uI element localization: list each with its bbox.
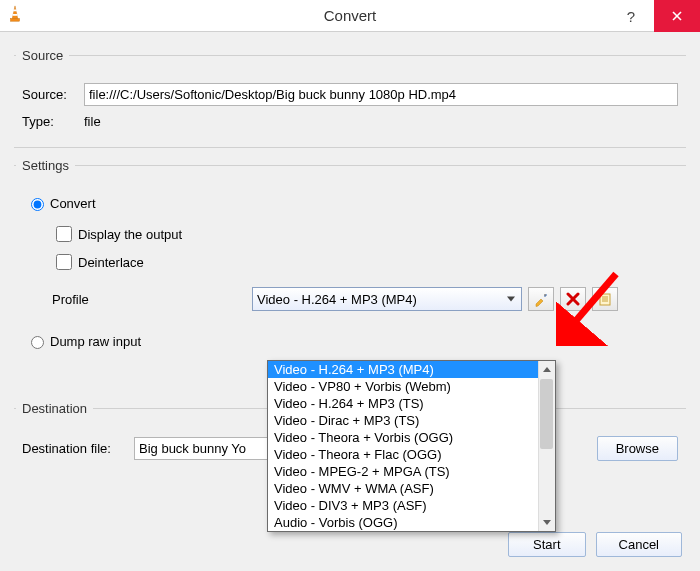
profile-option[interactable]: Video - H.264 + MP3 (MP4) xyxy=(268,361,555,378)
display-output-checkbox[interactable] xyxy=(56,226,72,242)
source-legend: Source xyxy=(16,48,69,63)
edit-profile-button[interactable] xyxy=(528,287,554,311)
chevron-down-icon xyxy=(507,297,515,302)
svg-point-6 xyxy=(544,294,546,296)
convert-radio[interactable] xyxy=(31,198,44,211)
profile-option[interactable]: Video - Theora + Vorbis (OGG) xyxy=(268,429,555,446)
new-icon xyxy=(598,292,612,306)
svg-marker-14 xyxy=(543,520,551,525)
settings-legend: Settings xyxy=(16,158,75,173)
source-label: Source: xyxy=(22,87,84,102)
destination-legend: Destination xyxy=(16,401,93,416)
profile-option[interactable]: Audio - Vorbis (OGG) xyxy=(268,514,555,531)
profile-option[interactable]: Video - H.264 + MP3 (TS) xyxy=(268,395,555,412)
delete-profile-button[interactable] xyxy=(560,287,586,311)
window-title: Convert xyxy=(324,7,377,24)
source-group: Source Source: Type: file xyxy=(14,48,686,148)
profile-option[interactable]: Video - VP80 + Vorbis (Webm) xyxy=(268,378,555,395)
start-button[interactable]: Start xyxy=(508,532,585,557)
source-input[interactable] xyxy=(84,83,678,106)
profile-selected-text: Video - H.264 + MP3 (MP4) xyxy=(257,292,417,307)
scrollbar-thumb[interactable] xyxy=(540,379,553,449)
destination-label: Destination file: xyxy=(22,441,134,456)
profile-option[interactable]: Video - DIV3 + MP3 (ASF) xyxy=(268,497,555,514)
wrench-icon xyxy=(533,291,549,307)
dump-raw-radio[interactable] xyxy=(31,336,44,349)
svg-rect-3 xyxy=(11,19,20,22)
profile-combobox[interactable]: Video - H.264 + MP3 (MP4) xyxy=(252,287,522,311)
vlc-cone-icon xyxy=(6,4,24,27)
browse-button[interactable]: Browse xyxy=(597,436,678,461)
dump-raw-label: Dump raw input xyxy=(50,334,141,349)
settings-group: Settings Convert Display the output Dein… xyxy=(14,158,686,391)
scrollbar-track[interactable] xyxy=(538,361,555,531)
profile-label: Profile xyxy=(52,292,252,307)
profile-option[interactable]: Video - WMV + WMA (ASF) xyxy=(268,480,555,497)
svg-marker-13 xyxy=(543,367,551,372)
titlebar: Convert ? xyxy=(0,0,700,32)
svg-rect-1 xyxy=(13,10,17,12)
type-label: Type: xyxy=(22,114,84,129)
scroll-down-icon[interactable] xyxy=(538,514,555,531)
convert-radio-label: Convert xyxy=(50,196,96,211)
profile-option[interactable]: Video - Theora + Flac (OGG) xyxy=(268,446,555,463)
deinterlace-label: Deinterlace xyxy=(78,255,144,270)
type-value: file xyxy=(84,114,101,129)
svg-marker-0 xyxy=(12,6,17,19)
close-button[interactable] xyxy=(654,0,700,32)
svg-rect-2 xyxy=(13,14,18,16)
help-button[interactable]: ? xyxy=(608,0,654,32)
display-output-label: Display the output xyxy=(78,227,182,242)
scroll-up-icon[interactable] xyxy=(538,361,555,378)
profile-dropdown-list[interactable]: Video - H.264 + MP3 (MP4)Video - VP80 + … xyxy=(267,360,556,532)
cancel-button[interactable]: Cancel xyxy=(596,532,682,557)
close-icon xyxy=(672,11,682,21)
new-profile-button[interactable] xyxy=(592,287,618,311)
delete-icon xyxy=(566,292,580,306)
deinterlace-checkbox[interactable] xyxy=(56,254,72,270)
profile-option[interactable]: Video - MPEG-2 + MPGA (TS) xyxy=(268,463,555,480)
profile-option[interactable]: Video - Dirac + MP3 (TS) xyxy=(268,412,555,429)
